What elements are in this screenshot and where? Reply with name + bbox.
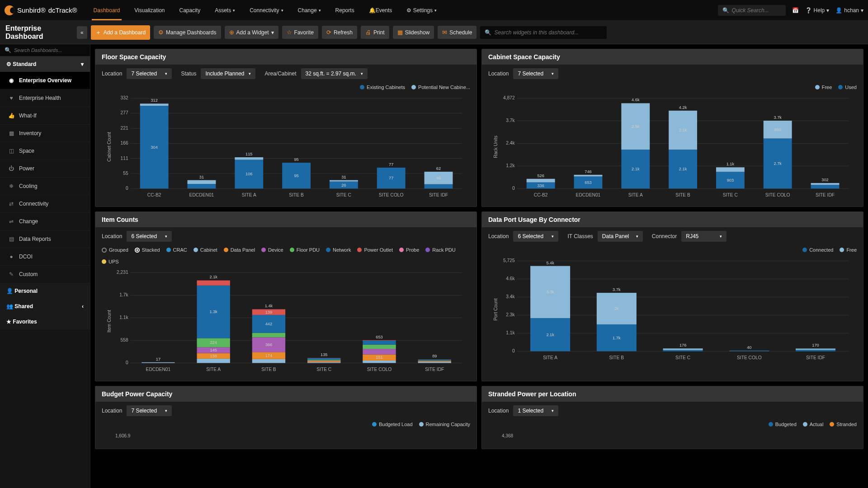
legend-budgeted[interactable]: Budgeted xyxy=(769,422,797,427)
svg-text:SITE COLO: SITE COLO xyxy=(367,367,392,372)
legend-budgeted[interactable]: Budgeted Load xyxy=(372,422,413,427)
sidebar-item-change[interactable]: ⇌Change xyxy=(0,213,90,230)
legend-free[interactable]: Free xyxy=(840,247,857,253)
dashboard-search[interactable]: 🔍 xyxy=(0,44,90,56)
sidebar: 🔍 ⚙ Standard▾◉Enterprise Overview♥Enterp… xyxy=(0,44,90,488)
location-select[interactable]: 7 Selected▾ xyxy=(127,68,172,79)
svg-text:2.1k: 2.1k xyxy=(679,128,687,132)
widget-cabinet-space: Cabinet Space Capacity Location7 Selecte… xyxy=(481,49,863,207)
legend-stranded[interactable]: Stranded xyxy=(830,422,857,427)
legend-potential[interactable]: Potential New Cabine... xyxy=(411,84,470,90)
sidebar-item-enterprise-overview[interactable]: ◉Enterprise Overview xyxy=(0,72,90,89)
sidebar-section-standard[interactable]: ⚙ Standard▾ xyxy=(0,56,90,72)
sidebar-item-dcoi[interactable]: ●DCOI xyxy=(0,248,90,266)
nav-tab-capacity[interactable]: Capacity xyxy=(172,0,208,20)
class-select[interactable]: Data Panel▾ xyxy=(598,231,643,242)
legend-actual[interactable]: Actual xyxy=(803,422,824,427)
svg-text:224: 224 xyxy=(210,340,217,345)
widget-search-input[interactable] xyxy=(494,29,602,36)
location-select[interactable]: 7 Selected▾ xyxy=(513,68,558,79)
location-select[interactable]: 1 Selected▾ xyxy=(513,405,558,416)
status-select[interactable]: Include Planned▾ xyxy=(201,68,255,79)
svg-text:1.1k: 1.1k xyxy=(726,162,735,166)
sidebar-item-inventory[interactable]: ▦Inventory xyxy=(0,125,90,142)
manage-dashboards-button[interactable]: ⚙Manage Dashboards xyxy=(154,26,221,39)
sidebar-item-power[interactable]: ⏻Power xyxy=(0,160,90,178)
add-widget-button[interactable]: ⊕Add a Widget ▾ xyxy=(225,26,278,39)
location-select[interactable]: 7 Selected▾ xyxy=(127,405,172,416)
svg-text:2.5k: 2.5k xyxy=(632,124,640,129)
mode-stacked[interactable]: Stacked xyxy=(135,247,160,253)
nav-tab-settings[interactable]: ⚙ Settings ▾ xyxy=(399,0,444,20)
y-max-label: 4,368 xyxy=(502,433,513,438)
nav-tab-reports[interactable]: Reports xyxy=(328,0,362,20)
dashboard-search-input[interactable] xyxy=(14,47,85,53)
legend-remaining[interactable]: Remaining Capacity xyxy=(419,422,470,427)
svg-text:SITE A: SITE A xyxy=(242,192,256,197)
svg-text:1.4k: 1.4k xyxy=(265,304,273,308)
svg-text:26: 26 xyxy=(341,183,346,188)
nav-tab-assets[interactable]: Assets ▾ xyxy=(208,0,242,20)
sidebar-item-what-if[interactable]: 👍What-If xyxy=(0,107,90,125)
legend-used[interactable]: Used xyxy=(838,84,857,90)
svg-text:62: 62 xyxy=(436,166,441,171)
connector-select[interactable]: RJ45▾ xyxy=(681,231,726,242)
sidebar-item-custom[interactable]: ✎Custom xyxy=(0,266,90,283)
add-dashboard-button[interactable]: ＋Add a Dashboard xyxy=(91,25,150,40)
svg-text:3.7k: 3.7k xyxy=(506,118,515,123)
schedule-button[interactable]: ✉Schedule xyxy=(438,26,476,39)
area-select[interactable]: 32 sq.ft. = 2.97 sq.m.▾ xyxy=(301,68,368,79)
legend-connected[interactable]: Connected xyxy=(802,247,833,253)
svg-text:115: 115 xyxy=(245,152,252,156)
print-button[interactable]: 🖨Print xyxy=(361,26,389,39)
widget-data-port: Data Port Usage By Connector Location6 S… xyxy=(481,211,863,381)
budget-chart: 1,606.9 xyxy=(102,431,470,442)
calendar-button[interactable]: 📅 xyxy=(792,7,799,14)
sidebar-item-cooling[interactable]: ❄Cooling xyxy=(0,178,90,195)
sidebar-item-enterprise-health[interactable]: ♥Enterprise Health xyxy=(0,89,90,107)
widget-search[interactable]: 🔍 xyxy=(480,26,607,39)
sidebar-item-space[interactable]: ◫Space xyxy=(0,142,90,160)
nav-tab-connectivity[interactable]: Connectivity ▾ xyxy=(242,0,290,20)
location-select[interactable]: 6 Selected▾ xyxy=(127,231,172,242)
nav-tab-visualization[interactable]: Visualization xyxy=(127,0,172,20)
svg-text:302: 302 xyxy=(821,178,828,182)
svg-text:55: 55 xyxy=(123,171,128,176)
page-title: Enterprise Dashboard xyxy=(5,24,70,41)
svg-text:SITE B: SITE B xyxy=(609,355,624,360)
svg-text:SITE A: SITE A xyxy=(206,367,221,372)
sidebar-section-favorites[interactable]: ★ Favorites xyxy=(0,314,90,329)
svg-text:Cabinet Count: Cabinet Count xyxy=(107,132,112,162)
legend-free[interactable]: Free xyxy=(815,84,832,90)
nav-tab-change[interactable]: Change ▾ xyxy=(291,0,328,20)
sidebar-section-personal[interactable]: 👤 Personal xyxy=(0,283,90,299)
quick-search[interactable]: 🔍 xyxy=(718,5,786,16)
sidebar-item-connectivity[interactable]: ⇄Connectivity xyxy=(0,195,90,213)
svg-text:SITE A: SITE A xyxy=(628,192,643,197)
svg-text:3.7k: 3.7k xyxy=(774,115,782,120)
favorite-button[interactable]: ☆Favorite xyxy=(282,26,318,39)
svg-text:31: 31 xyxy=(199,175,204,179)
collapse-sidebar-button[interactable]: « xyxy=(77,26,87,39)
location-select[interactable]: 6 Selected▾ xyxy=(513,231,558,242)
svg-text:304: 304 xyxy=(151,145,157,150)
svg-text:SITE IDF: SITE IDF xyxy=(429,192,448,197)
slideshow-button[interactable]: ▦Slideshow xyxy=(393,26,434,39)
svg-text:2,231: 2,231 xyxy=(117,270,128,275)
legend-existing[interactable]: Existing Cabinets xyxy=(360,84,405,90)
sidebar-section-shared[interactable]: 👥 Shared‹ xyxy=(0,299,90,314)
quick-search-input[interactable] xyxy=(732,7,781,14)
sidebar-item-data-reports[interactable]: ▤Data Reports xyxy=(0,230,90,248)
svg-rect-82 xyxy=(716,167,745,172)
help-menu[interactable]: ❔ Help ▾ xyxy=(805,7,830,14)
user-menu[interactable]: 👤 hchan ▾ xyxy=(835,7,863,14)
svg-text:4.2k: 4.2k xyxy=(679,105,687,110)
svg-text:EDCDEN01: EDCDEN01 xyxy=(576,192,601,197)
nav-tab-events[interactable]: 🔔 Events xyxy=(362,0,400,20)
nav-tab-dashboard[interactable]: Dashboard xyxy=(86,0,127,20)
svg-text:1.3k: 1.3k xyxy=(209,310,217,314)
mode-grouped[interactable]: Grouped xyxy=(102,247,128,253)
refresh-button[interactable]: ⟳Refresh xyxy=(322,26,357,39)
search-icon: 🔍 xyxy=(485,29,491,36)
svg-text:SITE B: SITE B xyxy=(289,192,304,197)
